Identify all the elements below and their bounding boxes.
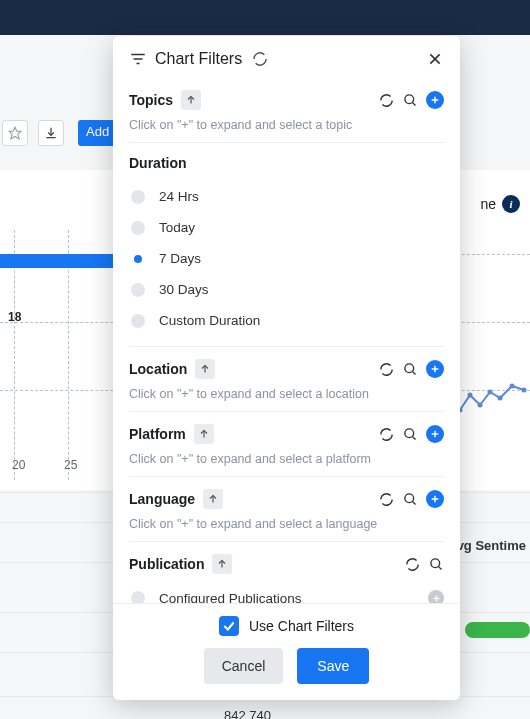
topics-title: Topics xyxy=(129,92,173,108)
svg-point-7 xyxy=(522,388,527,393)
section-platform: Platform Click on "+" to expand and sele… xyxy=(129,412,444,477)
language-collapse-toggle[interactable] xyxy=(203,489,223,509)
publication-title: Publication xyxy=(129,556,204,572)
bg-bar xyxy=(0,254,113,268)
topics-hint: Click on "+" to expand and select a topi… xyxy=(129,118,444,132)
topics-add[interactable] xyxy=(426,91,444,109)
duration-custom[interactable]: Custom Duration xyxy=(129,305,444,336)
radio-dot xyxy=(131,591,145,603)
platform-title: Platform xyxy=(129,426,186,442)
arrow-up-icon xyxy=(198,428,210,440)
add-button[interactable]: Add xyxy=(78,120,117,146)
publication-configured[interactable]: Configured Publications xyxy=(129,584,444,603)
bg-bottom-number: 842 740 xyxy=(224,708,271,719)
arrow-up-icon xyxy=(207,493,219,505)
filter-icon xyxy=(129,50,147,68)
timeline-label: ne i xyxy=(480,195,520,213)
publication-refresh[interactable] xyxy=(404,556,420,572)
download-button[interactable] xyxy=(38,120,64,146)
svg-point-3 xyxy=(478,403,483,408)
svg-point-6 xyxy=(510,384,515,389)
plus-icon xyxy=(430,95,440,105)
duration-title: Duration xyxy=(129,155,187,171)
section-publication: Publication Configured Publications xyxy=(129,542,444,603)
arrow-up-icon xyxy=(185,94,197,106)
svg-point-29 xyxy=(430,558,439,567)
use-chart-filters-label: Use Chart Filters xyxy=(249,618,354,634)
topics-refresh[interactable] xyxy=(378,92,394,108)
svg-line-18 xyxy=(412,371,415,374)
modal-title: Chart Filters xyxy=(155,50,242,68)
refresh-icon xyxy=(405,557,420,572)
platform-refresh[interactable] xyxy=(378,426,394,442)
location-refresh[interactable] xyxy=(378,361,394,377)
svg-point-2 xyxy=(468,393,473,398)
location-add[interactable] xyxy=(426,360,444,378)
favorite-button[interactable] xyxy=(2,120,28,146)
radio-label: 30 Days xyxy=(159,282,209,297)
modal-body: Topics Click on "+" to expand and select… xyxy=(113,78,460,603)
publication-options: Configured Publications Other Tagged Pub… xyxy=(129,584,444,603)
sync-icon[interactable] xyxy=(252,51,268,67)
close-button[interactable] xyxy=(426,50,444,68)
topics-collapse-toggle[interactable] xyxy=(181,90,201,110)
duration-24hrs[interactable]: 24 Hrs xyxy=(129,181,444,212)
info-icon[interactable]: i xyxy=(502,195,520,213)
bg-axis-label: 18 xyxy=(8,310,21,324)
radio-label: Today xyxy=(159,220,195,235)
duration-30days[interactable]: 30 Days xyxy=(129,274,444,305)
search-icon xyxy=(403,93,418,108)
location-collapse-toggle[interactable] xyxy=(195,359,215,379)
topics-search[interactable] xyxy=(402,92,418,108)
language-refresh[interactable] xyxy=(378,491,394,507)
close-icon xyxy=(427,51,443,67)
svg-point-4 xyxy=(488,390,493,395)
language-add[interactable] xyxy=(426,490,444,508)
plus-icon xyxy=(430,429,440,439)
svg-line-14 xyxy=(412,102,415,105)
cancel-button[interactable]: Cancel xyxy=(204,648,284,684)
location-title: Location xyxy=(129,361,187,377)
language-search[interactable] xyxy=(402,491,418,507)
plus-icon xyxy=(432,594,441,603)
radio-dot xyxy=(131,314,145,328)
publication-collapse-toggle[interactable] xyxy=(212,554,232,574)
svg-line-22 xyxy=(412,436,415,439)
refresh-icon xyxy=(379,93,394,108)
use-chart-filters-row[interactable]: Use Chart Filters xyxy=(129,606,444,648)
refresh-icon xyxy=(379,427,394,442)
radio-label: 7 Days xyxy=(159,251,201,266)
platform-hint: Click on "+" to expand and select a plat… xyxy=(129,452,444,466)
modal-footer: Use Chart Filters Cancel Save xyxy=(113,603,460,700)
svg-line-30 xyxy=(438,566,441,569)
bg-x-tick: 20 xyxy=(12,458,25,472)
location-hint: Click on "+" to expand and select a loca… xyxy=(129,387,444,401)
language-hint: Click on "+" to expand and select a lang… xyxy=(129,517,444,531)
refresh-icon xyxy=(379,362,394,377)
bg-x-tick: 25 xyxy=(64,458,77,472)
location-search[interactable] xyxy=(402,361,418,377)
publication-search[interactable] xyxy=(428,556,444,572)
plus-icon xyxy=(430,494,440,504)
svg-point-13 xyxy=(404,94,413,103)
platform-search[interactable] xyxy=(402,426,418,442)
arrow-up-icon xyxy=(216,558,228,570)
platform-collapse-toggle[interactable] xyxy=(194,424,214,444)
check-icon xyxy=(222,619,236,633)
radio-label: 24 Hrs xyxy=(159,189,199,204)
section-location: Location Click on "+" to expand and sele… xyxy=(129,347,444,412)
use-chart-filters-checkbox[interactable] xyxy=(219,616,239,636)
radio-label: Configured Publications xyxy=(159,591,428,604)
duration-today[interactable]: Today xyxy=(129,212,444,243)
section-topics: Topics Click on "+" to expand and select… xyxy=(129,78,444,143)
svg-marker-0 xyxy=(9,127,21,139)
download-icon xyxy=(44,126,58,140)
publication-configured-add[interactable] xyxy=(428,590,444,603)
duration-7days[interactable]: 7 Days xyxy=(129,243,444,274)
duration-options: 24 Hrs Today 7 Days 30 Days Custom Durat… xyxy=(129,181,444,336)
radio-dot xyxy=(131,252,145,266)
radio-dot xyxy=(131,221,145,235)
platform-add[interactable] xyxy=(426,425,444,443)
svg-line-26 xyxy=(412,501,415,504)
save-button[interactable]: Save xyxy=(297,648,369,684)
